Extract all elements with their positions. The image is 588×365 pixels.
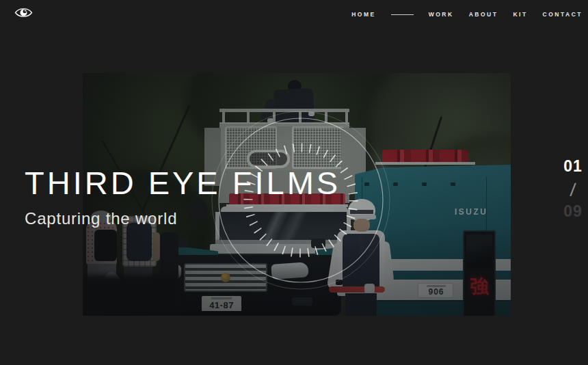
slide-total-number: 09 xyxy=(559,202,587,221)
slide-current-number: 01 xyxy=(559,157,587,176)
nav-item-contact[interactable]: CONTACT xyxy=(543,11,583,18)
nav-item-home[interactable]: HOME xyxy=(351,11,376,18)
slide-pagination: 01 / 09 xyxy=(559,157,587,221)
hero-text-block: THIRD EYE FILMS Capturing the world xyxy=(25,167,340,228)
nav-item-work[interactable]: WORK xyxy=(429,11,454,18)
main-nav: HOME WORK ABOUT KIT CONTACT xyxy=(351,11,583,18)
nav-item-about[interactable]: ABOUT xyxy=(469,11,498,18)
header: HOME WORK ABOUT KIT CONTACT xyxy=(0,0,588,30)
page-subtitle: Capturing the world xyxy=(25,209,340,228)
page-title: THIRD EYE FILMS xyxy=(25,167,340,200)
nav-active-indicator xyxy=(391,14,414,15)
eye-logo-icon[interactable] xyxy=(14,6,33,19)
slide-separator: / xyxy=(558,178,587,202)
nav-item-kit[interactable]: KIT xyxy=(513,11,527,18)
page: { "header": { "logo_icon": "eye-logo", "… xyxy=(0,0,588,365)
